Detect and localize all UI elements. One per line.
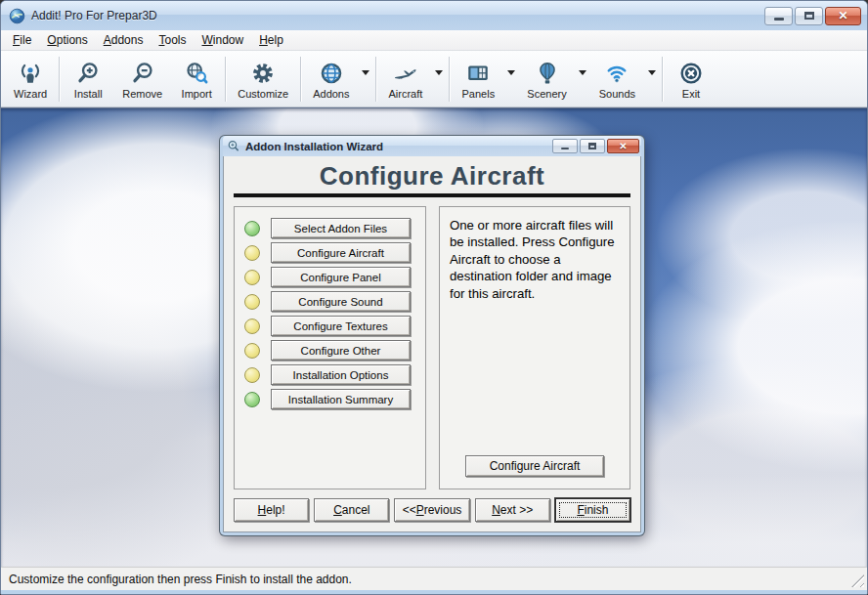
toolbar-label: Panels [462, 88, 496, 100]
step-row: Configure Sound [244, 291, 411, 312]
status-indicator [244, 270, 260, 285]
app-icon [9, 8, 25, 24]
toolbar-separator [662, 57, 663, 102]
chevron-down-icon [362, 70, 369, 75]
menu-addons[interactable]: Addons [96, 31, 152, 50]
dialog-magnifier-plus-icon [227, 140, 240, 153]
titlebar: Addit! Pro For Prepar3D ✕ [1, 1, 867, 30]
status-indicator [244, 343, 260, 359]
maximize-icon [588, 143, 596, 149]
dialog-title: Addon Installation Wizard [245, 141, 552, 152]
installation-options-button[interactable]: Installation Options [271, 364, 411, 385]
menubar: File Options Addons Tools Window Help [1, 30, 867, 51]
panel-icon [465, 61, 491, 86]
window-title: Addit! Pro For Prepar3D [31, 9, 764, 22]
chevron-down-icon [435, 70, 443, 75]
dialog-window-controls: ✕ [552, 139, 639, 153]
status-text: Customize the configuration then press F… [9, 573, 352, 586]
toolbar-wizard-button[interactable]: Wizard [5, 53, 56, 106]
chevron-down-icon [507, 70, 515, 75]
dialog-minimize-button[interactable] [552, 139, 578, 153]
toolbar-label: Install [74, 88, 103, 100]
gear-icon [250, 61, 276, 86]
dialog-content: Select Addon Files Configure Aircraft Co… [234, 206, 630, 489]
wizard-icon [18, 61, 43, 86]
info-text: One or more aircraft files will be insta… [450, 217, 620, 302]
configure-aircraft-action-button[interactable]: Configure Aircraft [465, 455, 604, 477]
toolbar-import-button[interactable]: Import [171, 53, 222, 106]
status-indicator [244, 294, 260, 310]
dialog-titlebar: Addon Installation Wizard ✕ [223, 136, 641, 156]
balloon-icon [535, 61, 560, 86]
close-button[interactable]: ✕ [825, 7, 861, 25]
toolbar-label: Scenery [527, 88, 566, 100]
wifi-icon [604, 61, 629, 86]
resize-grip[interactable] [851, 574, 864, 587]
configure-panel-button[interactable]: Configure Panel [271, 267, 411, 287]
menu-tools[interactable]: Tools [151, 31, 194, 50]
status-indicator [244, 319, 260, 334]
toolbar-separator [300, 57, 301, 102]
info-panel: One or more aircraft files will be insta… [439, 206, 630, 489]
toolbar-customize-button[interactable]: Customize [229, 53, 297, 106]
previous-button[interactable]: << Previous [394, 498, 469, 522]
window-controls: ✕ [764, 7, 861, 25]
installation-summary-button[interactable]: Installation Summary [271, 389, 411, 409]
toolbar-separator [449, 57, 450, 102]
toolbar-label: Customize [238, 88, 288, 100]
double-rule [234, 193, 630, 197]
dialog-footer: Help! Cancel << Previous Next >> Finish [234, 498, 630, 522]
toolbar-install-button[interactable]: Install [63, 53, 113, 106]
dialog-body: Configure Aircraft Select Addon Files Co… [223, 156, 641, 532]
globe-icon [319, 61, 344, 86]
configure-aircraft-step-button[interactable]: Configure Aircraft [271, 242, 411, 263]
minimize-icon [774, 18, 784, 21]
status-indicator [244, 367, 260, 383]
configure-sound-button[interactable]: Configure Sound [271, 291, 411, 312]
toolbar-exit-button[interactable]: Exit [666, 53, 716, 106]
chevron-down-icon [579, 70, 586, 75]
step-row: Configure Textures [244, 316, 411, 336]
toolbar-aircraft-button[interactable]: Aircraft [379, 53, 431, 106]
toolbar-addons-button[interactable]: Addons [304, 53, 358, 106]
next-button[interactable]: Next >> [475, 498, 550, 522]
toolbar-panels-button[interactable]: Panels [453, 53, 503, 106]
configure-other-button[interactable]: Configure Other [271, 340, 411, 361]
minimize-button[interactable] [764, 7, 793, 25]
toolbar-label: Import [182, 88, 212, 100]
toolbar-label: Addons [313, 88, 349, 100]
step-row: Configure Panel [244, 267, 411, 287]
dialog-maximize-button[interactable] [580, 139, 605, 153]
toolbar-sounds-dropdown[interactable] [644, 53, 659, 106]
finish-button[interactable]: Finish [555, 498, 630, 522]
select-addon-files-button[interactable]: Select Addon Files [271, 218, 411, 238]
toolbar-separator [375, 57, 376, 102]
maximize-button[interactable] [795, 7, 823, 25]
menu-options[interactable]: Options [39, 31, 95, 50]
configure-textures-button[interactable]: Configure Textures [271, 316, 411, 336]
menu-window[interactable]: Window [194, 31, 251, 50]
toolbar-aircraft-dropdown[interactable] [431, 53, 446, 106]
globe-magnifier-icon [184, 61, 209, 86]
toolbar-addons-dropdown[interactable] [358, 53, 372, 106]
toolbar-label: Remove [122, 88, 162, 100]
client-area: Addon Installation Wizard ✕ Configure Ai… [1, 107, 867, 567]
toolbar-panels-dropdown[interactable] [503, 53, 518, 106]
toolbar-separator [225, 57, 226, 102]
toolbar-scenery-button[interactable]: Scenery [518, 53, 575, 106]
help-button[interactable]: Help! [234, 498, 309, 522]
toolbar-label: Exit [682, 88, 700, 100]
toolbar-label: Wizard [14, 88, 47, 100]
step-row: Configure Other [244, 340, 411, 361]
menu-file[interactable]: File [5, 31, 39, 50]
toolbar-separator [59, 57, 60, 102]
magnifier-minus-icon [130, 61, 155, 86]
minimize-icon [561, 148, 569, 149]
exit-icon [678, 61, 704, 86]
toolbar-remove-button[interactable]: Remove [113, 53, 171, 106]
toolbar-sounds-button[interactable]: Sounds [590, 53, 644, 106]
dialog-close-button[interactable]: ✕ [607, 139, 639, 153]
cancel-button[interactable]: Cancel [314, 498, 389, 522]
toolbar-scenery-dropdown[interactable] [576, 53, 590, 106]
menu-help[interactable]: Help [251, 31, 291, 50]
